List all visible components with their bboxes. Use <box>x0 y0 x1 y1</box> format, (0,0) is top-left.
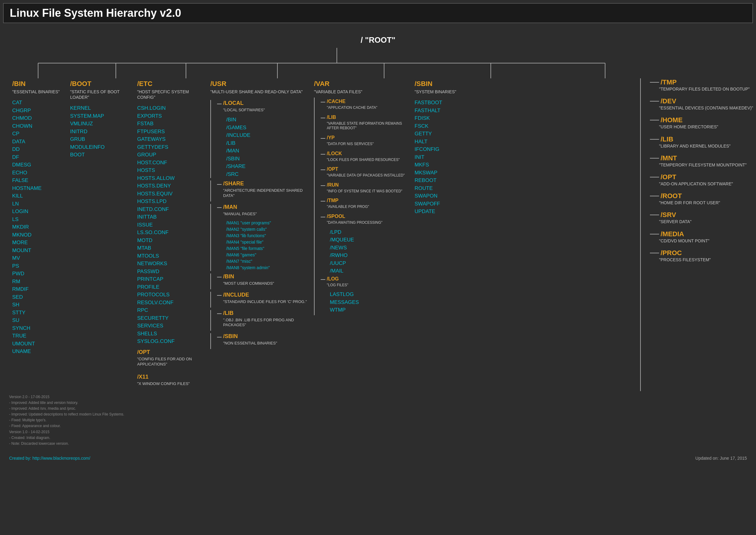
var-yp: /YP "DATA FOR NIS SERVICES" <box>321 135 409 150</box>
bin-file-true: TRUE <box>12 332 42 340</box>
etc-dir-name: /ETC <box>137 80 153 88</box>
etc-file-21: PASSWD <box>137 268 175 276</box>
bin-file-mknod: MKNOD <box>12 231 42 239</box>
usr-local-block: /LOCAL "LOCAL SOFTWARES" /BIN /GAMES /IN… <box>210 100 265 178</box>
etc-file-5: GETTYDEFS <box>137 143 175 151</box>
usr-local-name: /LOCAL <box>223 100 243 106</box>
bin-file-dmesg: DMESG <box>12 161 42 169</box>
usr-local-desc: "LOCAL SOFTWARES" <box>223 108 265 113</box>
boot-file-list: KERNEL SYSTEM.MAP VMLINUZ INITRD GRUB MO… <box>70 104 104 159</box>
var-lock: /LOCK "LOCK FILES FOR SHARED RESOURCES" <box>321 151 409 165</box>
bin-file-data: DATA <box>12 138 42 146</box>
etc-file-15: ISSUE <box>137 221 175 229</box>
etc-file-19: MTOOLS <box>137 252 175 260</box>
sbin-file-8: MKFS <box>415 161 442 169</box>
bin-column: /BIN "ESSENTIAL BINARIES" CAT CHGRP CHMO… <box>6 78 67 391</box>
usr-local-include: /INCLUDE <box>226 131 265 139</box>
sidebar-media-tick <box>650 234 659 235</box>
version-line-1: Version 2.0 - 17-06-2015 <box>9 394 747 400</box>
bin-file-stty: STTY <box>12 309 42 317</box>
bin-file-sed: SED <box>12 293 42 301</box>
usr-lib-desc: ".OBJ .BIN .LIB FILES FOR PROG AND PACKA… <box>223 318 309 328</box>
var-tmp-name: /TMP <box>327 198 369 203</box>
var-lock-desc: "LOCK FILES FOR SHARED RESOURCES" <box>327 157 400 162</box>
usr-local-sbin: /SBIN <box>226 155 265 163</box>
bin-file-dd: DD <box>12 145 42 153</box>
var-log-messages: MESSAGES <box>330 298 359 306</box>
usr-man-tick <box>217 207 222 208</box>
bin-file-chgrp: CHGRP <box>12 107 42 115</box>
etc-x11-name: /X11 <box>137 374 190 380</box>
var-cache-tick <box>321 102 325 102</box>
sbin-file-3: FSCK <box>415 122 442 130</box>
etc-file-12: HOSTS.LPD <box>137 198 175 206</box>
usr-local-share: /SHARE <box>226 162 265 170</box>
sbin-file-7: INIT <box>415 153 442 161</box>
boot-dir-name: /BOOT <box>70 80 92 88</box>
etc-file-1: EXPORTS <box>137 112 175 120</box>
etc-file-2: FSTAB <box>137 120 175 128</box>
var-opt-desc: "VARIABLE DATA OF PACKAGES INSTALLED" <box>327 173 405 178</box>
root-label: / "ROOT" <box>361 35 395 44</box>
sidebar-home-name: /HOME <box>660 116 683 124</box>
etc-file-17: MOTD <box>137 237 175 244</box>
bin-file-kill: KILL <box>12 192 42 200</box>
bin-file-mv: MV <box>12 254 42 262</box>
bin-file-df: DF <box>12 153 42 161</box>
sidebar-lib-desc: "LIBRARY AND KERNEL MODULES" <box>659 143 731 149</box>
etc-file-3: FTPUSERS <box>137 128 175 136</box>
var-dir-name: /VAR <box>314 80 329 88</box>
var-tmp-tick <box>321 201 325 202</box>
sidebar-srv-desc: "SERVER DATA" <box>659 219 691 224</box>
var-spool-lpd: /LPD <box>330 228 382 236</box>
var-run-tick <box>321 185 325 186</box>
bin-file-false: FALSE <box>12 177 42 184</box>
usr-bin-desc: "MOST USER COMMANDS" <box>223 281 274 286</box>
version-line-8: - Created: Initial diagram. <box>9 435 747 441</box>
var-yp-name: /YP <box>327 135 374 141</box>
usr-include-block: /INCLUDE "STANDARD INCLUDE FILES FOR 'C'… <box>210 292 307 308</box>
sbin-file-10: REBOOT <box>415 177 442 184</box>
usr-share-tick <box>217 184 222 185</box>
etc-file-18: MTAB <box>137 244 175 252</box>
usr-man8: /MAN8 "system admin" <box>226 265 271 271</box>
etc-file-30: SYSLOG.CONF <box>137 337 175 345</box>
sidebar-srv-name: /SRV <box>660 211 676 219</box>
var-yp-desc: "DATA FOR NIS SERVICES" <box>327 142 374 147</box>
sidebar-dev-name: /DEV <box>660 97 676 105</box>
var-spool: /SPOOL "DATA AWAITING PROCESSING" /LPD /… <box>321 214 409 275</box>
usr-include-desc: "STANDARD INCLUDE FILES FOR 'C' PROG." <box>223 299 307 304</box>
var-lib-tick <box>321 118 325 118</box>
etc-file-7: HOST.CONF <box>137 159 175 167</box>
sidebar-proc-desc: "PROCESS FILESYSTEM" <box>659 257 711 263</box>
usr-man-desc: "MANUAL PAGES" <box>223 211 271 217</box>
usr-man4: /MAN4 "special file" <box>226 239 271 245</box>
title-bar: Linux File System Hierarchy v2.0 <box>3 3 753 23</box>
bin-file-cp: CP <box>12 130 42 138</box>
etc-file-27: SECURETTY <box>137 314 175 322</box>
sidebar-root-desc: "HOME DIR FOR ROOT USER" <box>659 200 720 206</box>
var-run-desc: "INFO OF SYSTEM SINCE IT WAS BOOTED" <box>327 189 403 194</box>
boot-file-grub: GRUB <box>70 135 104 143</box>
boot-file-moduleinfo: MODULEINFO <box>70 143 104 151</box>
sidebar-tmp-desc: "TEMPORARY FILES DELETED ON BOOTUP" <box>659 86 750 92</box>
footer: Created by: http://www.blackmoreops.com/… <box>3 453 753 464</box>
bin-file-chmod: CHMOD <box>12 114 42 122</box>
etc-file-16: LS.SO.CONF <box>137 229 175 237</box>
version-line-4: - Improved: Updated descriptions to refl… <box>9 411 747 417</box>
usr-include-name: /INCLUDE <box>223 292 249 298</box>
etc-file-28: SERVICES <box>137 322 175 330</box>
boot-column: /BOOT "STATIC FILES OF BOOT LOADER" KERN… <box>67 78 134 391</box>
etc-opt-name: /OPT <box>137 349 205 355</box>
sidebar-root: /ROOT "HOME DIR FOR ROOT USER" <box>650 192 756 206</box>
usr-bin-block: /BIN "MOST USER COMMANDS" <box>210 273 274 289</box>
sidebar-mnt-tick <box>650 158 659 158</box>
var-spool-mqueue: /MQUEUE <box>330 236 382 244</box>
bin-file-ps: PS <box>12 262 42 270</box>
etc-opt-block: /OPT "CONFIG FILES FOR ADD ON APPLICATIO… <box>137 349 205 370</box>
version-line-6: - Fixed: Appearance and colour. <box>9 423 747 429</box>
var-run: /RUN "INFO OF SYSTEM SINCE IT WAS BOOTED… <box>321 182 409 197</box>
var-cache-name: /CACHE <box>327 99 378 104</box>
usr-lib-tick <box>217 313 222 314</box>
var-opt: /OPT "VARIABLE DATA OF PACKAGES INSTALLE… <box>321 166 409 181</box>
